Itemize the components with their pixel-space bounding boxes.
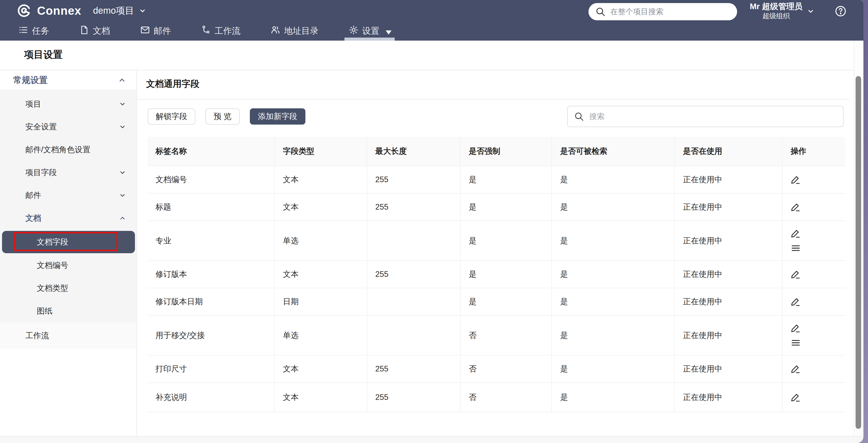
cell-status: 正在使用中 bbox=[674, 315, 782, 355]
chevron-down-icon bbox=[119, 169, 126, 176]
cell-max_length: 255 bbox=[367, 355, 460, 382]
nav-item-5[interactable]: 地址目录 bbox=[270, 25, 318, 37]
cell-label: 标题 bbox=[147, 193, 274, 220]
sidebar-item-6[interactable]: 文档 bbox=[0, 207, 136, 230]
nav-item-6[interactable]: 设置 bbox=[348, 25, 391, 37]
edit-icon[interactable] bbox=[790, 296, 802, 307]
sidebar-item-2[interactable]: 安全设置 bbox=[0, 115, 136, 138]
add-field-button[interactable]: 添加新字段 bbox=[250, 108, 305, 125]
column-header-6: 是否在使用 bbox=[674, 137, 782, 166]
connex-logo-icon bbox=[17, 3, 31, 18]
document-icon bbox=[79, 25, 89, 37]
nav-item-4[interactable]: 工作流 bbox=[201, 25, 241, 37]
sidebar-item-label: 项目 bbox=[0, 99, 41, 109]
sidebar-item-label: 邮件/文档角色设置 bbox=[0, 144, 91, 155]
project-switcher[interactable]: demo项目 bbox=[93, 5, 147, 17]
page-title-bar: 项目设置 bbox=[0, 40, 863, 70]
cell-searchable: 是 bbox=[552, 260, 674, 288]
edit-icon[interactable] bbox=[790, 323, 802, 334]
cell-required: 否 bbox=[460, 382, 552, 412]
cell-status: 正在使用中 bbox=[674, 260, 782, 288]
main-panel: 文档通用字段 解锁字段 预 览 添加新字段 标签名称字段类型最大长度是否强制是否… bbox=[137, 71, 849, 443]
column-header-2: 字段类型 bbox=[274, 137, 367, 166]
vertical-scrollbar-track[interactable] bbox=[854, 40, 863, 443]
chevron-down-icon bbox=[119, 123, 126, 131]
sidebar-item-1[interactable]: 项目 bbox=[0, 93, 136, 115]
cell-actions bbox=[782, 166, 845, 193]
cell-actions bbox=[782, 260, 845, 288]
cell-label: 专业 bbox=[147, 220, 274, 260]
cell-actions bbox=[782, 220, 845, 260]
preview-button[interactable]: 预 览 bbox=[206, 108, 240, 125]
sidebar-item-9[interactable]: 文档类型 bbox=[0, 277, 136, 300]
people-icon bbox=[270, 25, 281, 37]
gear-icon bbox=[348, 25, 359, 37]
cell-required: 是 bbox=[460, 220, 552, 260]
user-menu[interactable]: Mr 超级管理员 超级组织 bbox=[741, 1, 812, 20]
column-header-1: 标签名称 bbox=[147, 137, 274, 166]
user-chevron-down-icon[interactable] bbox=[806, 7, 815, 16]
sidebar-item-5[interactable]: 邮件 bbox=[0, 184, 136, 207]
app-window: Connex demo项目 Mr 超级管理员 超级组织 任务文档邮件工作流地址目… bbox=[0, 0, 863, 443]
menu-icon[interactable] bbox=[790, 242, 802, 254]
edit-icon[interactable] bbox=[790, 269, 802, 280]
sidebar-item-label: 图纸 bbox=[0, 306, 53, 316]
nav-item-1[interactable]: 任务 bbox=[18, 25, 49, 37]
global-search-input[interactable] bbox=[610, 7, 731, 16]
cell-type: 文本 bbox=[274, 260, 367, 288]
help-icon[interactable] bbox=[835, 5, 847, 17]
sidebar-item-4[interactable]: 项目字段 bbox=[0, 161, 136, 184]
section-heading: 文档通用字段 bbox=[146, 78, 199, 90]
cell-searchable: 是 bbox=[552, 193, 674, 220]
table-search bbox=[567, 106, 844, 127]
sidebar-item-8[interactable]: 文档编号 bbox=[0, 254, 136, 277]
table-row-7: 打印尺寸文本255否是正在使用中 bbox=[147, 355, 845, 382]
table-row-3: 专业单选是是正在使用中 bbox=[147, 220, 845, 260]
menu-icon[interactable] bbox=[790, 337, 802, 348]
sidebar-item-label: 文档 bbox=[0, 213, 41, 224]
vertical-scrollbar-thumb[interactable] bbox=[856, 76, 861, 429]
cell-type: 单选 bbox=[274, 220, 367, 260]
global-search bbox=[588, 3, 737, 20]
search-icon bbox=[595, 6, 606, 17]
column-header-5: 是否可被检索 bbox=[552, 137, 674, 166]
nav-item-3[interactable]: 邮件 bbox=[140, 25, 171, 37]
table-row-6: 用于移交/交接单选否是正在使用中 bbox=[147, 315, 845, 355]
chevron-down-icon bbox=[138, 6, 147, 15]
cell-max_length bbox=[367, 220, 460, 260]
settings-sidebar: 常规设置项目安全设置邮件/文档角色设置项目字段邮件文档文档字段文档编号文档类型图… bbox=[0, 71, 137, 443]
cell-max_length: 255 bbox=[367, 193, 460, 220]
cell-type: 文本 bbox=[274, 355, 367, 382]
cell-searchable: 是 bbox=[552, 382, 674, 412]
edit-icon[interactable] bbox=[790, 228, 802, 239]
cell-max_length: 255 bbox=[367, 260, 460, 288]
sidebar-item-3[interactable]: 邮件/文档角色设置 bbox=[0, 138, 136, 161]
caret-down-icon bbox=[383, 27, 391, 34]
sidebar-item-label: 文档编号 bbox=[0, 260, 68, 271]
edit-icon[interactable] bbox=[790, 363, 802, 375]
table-row-5: 修订版本日期日期是是正在使用中 bbox=[147, 288, 845, 315]
cell-required: 否 bbox=[460, 315, 552, 355]
sidebar-item-workflow[interactable]: 工作流 bbox=[0, 323, 136, 349]
cell-searchable: 是 bbox=[552, 315, 674, 355]
table-row-2: 标题文本255是是正在使用中 bbox=[147, 193, 845, 220]
table-row-1: 文档编号文本255是是正在使用中 bbox=[147, 166, 845, 193]
unlock-fields-button[interactable]: 解锁字段 bbox=[148, 108, 195, 125]
edit-icon[interactable] bbox=[790, 392, 802, 403]
table-search-input[interactable] bbox=[589, 112, 837, 121]
sidebar-items: 项目安全设置邮件/文档角色设置项目字段邮件文档文档字段文档编号文档类型图纸 bbox=[0, 90, 136, 323]
sidebar-group-general-settings[interactable]: 常规设置 bbox=[0, 71, 136, 90]
cell-type: 文本 bbox=[274, 193, 367, 220]
search-icon bbox=[574, 111, 584, 122]
sidebar-item-10[interactable]: 图纸 bbox=[0, 300, 136, 323]
logo-text: Connex bbox=[37, 4, 82, 18]
nav-item-label: 地址目录 bbox=[284, 25, 318, 37]
nav-item-label: 任务 bbox=[32, 25, 49, 37]
cell-status: 正在使用中 bbox=[674, 193, 782, 220]
edit-icon[interactable] bbox=[790, 174, 802, 185]
nav-item-2[interactable]: 文档 bbox=[79, 25, 110, 37]
sidebar-item-7-selected[interactable]: 文档字段 bbox=[2, 231, 135, 253]
sidebar-item-label: 工作流 bbox=[0, 330, 49, 341]
cell-label: 用于移交/交接 bbox=[147, 315, 274, 355]
edit-icon[interactable] bbox=[790, 202, 802, 213]
